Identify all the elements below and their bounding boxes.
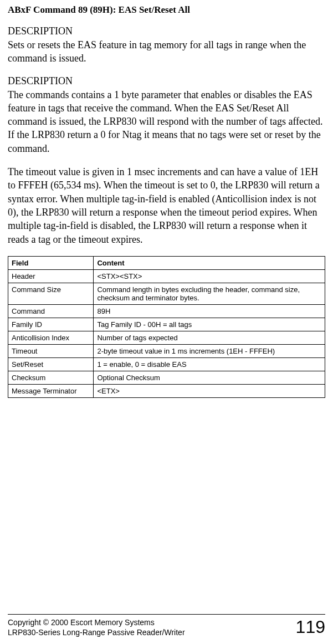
table-cell-content: Optional Checksum: [94, 371, 325, 384]
footer-copyright: Copyright © 2000 Escort Memory Systems: [8, 617, 185, 627]
table-row: Anticollision Index Number of tags expec…: [8, 331, 325, 344]
table-row: Checksum Optional Checksum: [8, 371, 325, 384]
table-cell-field: Set/Reset: [8, 357, 94, 371]
table-cell-field: Family ID: [8, 318, 94, 331]
table-header-content: Content: [94, 256, 325, 269]
footer-product: LRP830-Series Long-Range Passive Reader/…: [8, 627, 185, 637]
description-body-3: The timeout value is given in 1 msec inc…: [8, 165, 325, 246]
description-heading-1: DESCRIPTION: [8, 25, 325, 37]
page-number: 119: [296, 617, 325, 637]
table-row: Family ID Tag Family ID - 00H = all tags: [8, 318, 325, 331]
table-cell-content: Tag Family ID - 00H = all tags: [94, 318, 325, 331]
table-row: Command 89H: [8, 304, 325, 318]
page-footer: Copyright © 2000 Escort Memory Systems L…: [8, 614, 325, 637]
table-header-row: Field Content: [8, 256, 325, 269]
table-row: Header <STX><STX>: [8, 269, 325, 283]
description-heading-2: DESCRIPTION: [8, 75, 325, 87]
table-cell-content: <STX><STX>: [94, 269, 325, 283]
page-title: ABxF Command 89 (89H): EAS Set/Reset All: [8, 4, 325, 16]
table-header-field: Field: [8, 256, 94, 269]
table-cell-content: 1 = enable, 0 = disable EAS: [94, 357, 325, 371]
table-cell-field: Header: [8, 269, 94, 283]
table-cell-field: Checksum: [8, 371, 94, 384]
table-cell-content: Number of tags expected: [94, 331, 325, 344]
description-body-2: The commands contains a 1 byte parameter…: [8, 88, 325, 155]
table-cell-content: 2-byte timeout value in 1 ms increments …: [94, 344, 325, 357]
field-content-table: Field Content Header <STX><STX> Command …: [8, 256, 325, 398]
table-cell-content: <ETX>: [94, 384, 325, 397]
table-row: Command Size Command length in bytes exc…: [8, 283, 325, 304]
table-cell-field: Command Size: [8, 283, 94, 304]
table-row: Message Terminator <ETX>: [8, 384, 325, 397]
table-cell-field: Timeout: [8, 344, 94, 357]
table-cell-field: Anticollision Index: [8, 331, 94, 344]
table-row: Set/Reset 1 = enable, 0 = disable EAS: [8, 357, 325, 371]
table-cell-field: Message Terminator: [8, 384, 94, 397]
table-cell-content: Command length in bytes excluding the he…: [94, 283, 325, 304]
table-cell-field: Command: [8, 304, 94, 318]
footer-rule: [8, 614, 325, 615]
table-row: Timeout 2-byte timeout value in 1 ms inc…: [8, 344, 325, 357]
table-cell-content: 89H: [94, 304, 325, 318]
description-body-1: Sets or resets the EAS feature in tag me…: [8, 38, 325, 65]
